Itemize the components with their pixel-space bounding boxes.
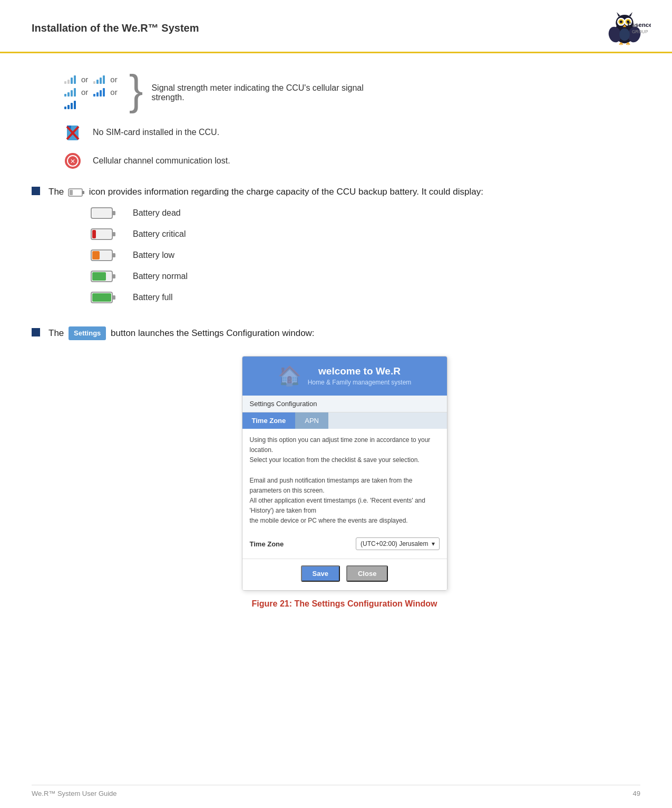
main-content: or or or bbox=[0, 53, 672, 655]
no-sim-icon bbox=[63, 123, 82, 142]
signal-low-icon-1 bbox=[64, 74, 76, 84]
screenshot-header: 🏠 welcome to We.R Home & Family manageme… bbox=[242, 357, 447, 396]
battery-intro: The icon provides information regarding … bbox=[48, 185, 640, 199]
screenshot-tabs[interactable]: Time Zone APN bbox=[242, 412, 447, 429]
signal-row-2: or or bbox=[63, 87, 120, 97]
essence-logo: Essence GROUP bbox=[598, 9, 651, 46]
cell-lost-icon: ✕ bbox=[63, 151, 82, 170]
settings-button-preview: Settings bbox=[69, 326, 106, 340]
svg-rect-48 bbox=[92, 272, 106, 281]
battery-dead-label: Battery dead bbox=[133, 208, 181, 218]
signal-description-text: Signal strength meter indicating the CCU… bbox=[151, 78, 373, 102]
figure-caption: Figure 21: The Settings Configuration Wi… bbox=[252, 599, 437, 609]
screenshot-container: 🏠 welcome to We.R Home & Family manageme… bbox=[48, 356, 640, 609]
signal-good-icon bbox=[64, 87, 76, 97]
screenshot-tz-label: Time Zone bbox=[250, 540, 284, 548]
page-footer: We.R™ System User Guide 49 bbox=[32, 785, 640, 797]
signal-section: or or or bbox=[32, 69, 640, 112]
house-icon: 🏠 bbox=[278, 365, 301, 387]
brace-symbol: } bbox=[129, 69, 143, 111]
battery-item-dead: Battery dead bbox=[91, 206, 640, 220]
svg-marker-2 bbox=[617, 12, 620, 16]
battery-normal-icon bbox=[91, 270, 122, 283]
battery-item-low: Battery low bbox=[91, 248, 640, 262]
signal-full-blue-icon bbox=[64, 100, 76, 109]
battery-low-icon bbox=[91, 248, 122, 262]
svg-rect-42 bbox=[112, 253, 115, 257]
battery-dead-icon bbox=[91, 206, 122, 220]
no-sim-row: No SIM-card installed in the CCU. bbox=[32, 123, 640, 142]
signal-icons-group: or or or bbox=[63, 69, 120, 112]
settings-intro: The Settings button launches the Setting… bbox=[48, 326, 640, 340]
screenshot-tab-timezone[interactable]: Time Zone bbox=[242, 412, 296, 429]
signal-row-1: or or bbox=[63, 74, 120, 84]
svg-rect-38 bbox=[112, 232, 115, 236]
screenshot-tz-select[interactable]: (UTC+02:00) Jerusalem ▾ bbox=[356, 537, 439, 550]
screenshot-app-subtitle: Home & Family management system bbox=[308, 379, 412, 386]
svg-point-13 bbox=[619, 28, 630, 41]
svg-marker-3 bbox=[629, 12, 632, 16]
svg-rect-40 bbox=[92, 230, 96, 238]
screenshot-save-button[interactable]: Save bbox=[301, 565, 340, 582]
svg-rect-46 bbox=[112, 274, 115, 278]
screenshot-box: 🏠 welcome to We.R Home & Family manageme… bbox=[242, 356, 447, 591]
svg-rect-50 bbox=[112, 295, 115, 300]
cell-lost-text: Cellular channel communication lost. bbox=[93, 156, 230, 166]
battery-critical-label: Battery critical bbox=[133, 229, 186, 239]
page-header: Installation of the We.R™ System bbox=[0, 0, 672, 53]
battery-full-icon bbox=[91, 291, 122, 304]
signal-full-icon bbox=[93, 87, 105, 97]
screenshot-app-title: welcome to We.R bbox=[308, 365, 412, 377]
battery-section: The icon provides information regarding … bbox=[32, 185, 640, 312]
svg-text:✕: ✕ bbox=[70, 158, 75, 165]
battery-list: Battery dead Battery critical bbox=[91, 206, 640, 304]
battery-inline-icon bbox=[68, 188, 85, 197]
battery-item-critical: Battery critical bbox=[91, 227, 640, 241]
no-sim-text: No SIM-card installed in the CCU. bbox=[93, 128, 219, 137]
cell-lost-row: ✕ Cellular channel communication lost. bbox=[32, 151, 640, 170]
signal-row-3 bbox=[63, 100, 77, 109]
screenshot-close-button[interactable]: Close bbox=[346, 565, 388, 582]
footer-right: 49 bbox=[633, 790, 640, 797]
svg-rect-44 bbox=[92, 251, 100, 259]
battery-content: The icon provides information regarding … bbox=[48, 185, 640, 312]
battery-critical-icon bbox=[91, 227, 122, 241]
page-title: Installation of the We.R™ System bbox=[32, 22, 199, 34]
logo-area: Essence GROUP bbox=[598, 9, 651, 46]
screenshot-section-title: Settings Configuration bbox=[242, 396, 447, 412]
svg-text:GROUP: GROUP bbox=[632, 29, 648, 34]
svg-rect-35 bbox=[112, 211, 115, 215]
svg-text:Essence: Essence bbox=[628, 21, 651, 28]
screenshot-content: Using this option you can adjust time zo… bbox=[242, 429, 447, 533]
svg-rect-32 bbox=[82, 191, 84, 194]
svg-rect-52 bbox=[92, 293, 111, 302]
battery-normal-label: Battery normal bbox=[133, 272, 188, 281]
battery-low-label: Battery low bbox=[133, 251, 174, 260]
svg-point-8 bbox=[620, 21, 622, 23]
footer-left: We.R™ System User Guide bbox=[32, 790, 117, 797]
settings-content: The Settings button launches the Setting… bbox=[48, 326, 640, 609]
chevron-down-icon: ▾ bbox=[432, 540, 435, 547]
settings-section: The Settings button launches the Setting… bbox=[32, 326, 640, 609]
signal-medium-icon-1 bbox=[93, 74, 105, 84]
screenshot-tab-apn[interactable]: APN bbox=[295, 412, 328, 429]
battery-bullet bbox=[32, 187, 40, 195]
screenshot-buttons: Save Close bbox=[242, 559, 447, 590]
battery-item-normal: Battery normal bbox=[91, 270, 640, 283]
battery-full-label: Battery full bbox=[133, 293, 173, 302]
brace-description: } Signal strength meter indicating the C… bbox=[125, 69, 373, 111]
screenshot-timezone-row: Time Zone (UTC+02:00) Jerusalem ▾ bbox=[242, 532, 447, 559]
svg-rect-36 bbox=[92, 209, 111, 217]
battery-item-full: Battery full bbox=[91, 291, 640, 304]
settings-bullet bbox=[32, 328, 40, 336]
svg-rect-33 bbox=[70, 190, 73, 195]
